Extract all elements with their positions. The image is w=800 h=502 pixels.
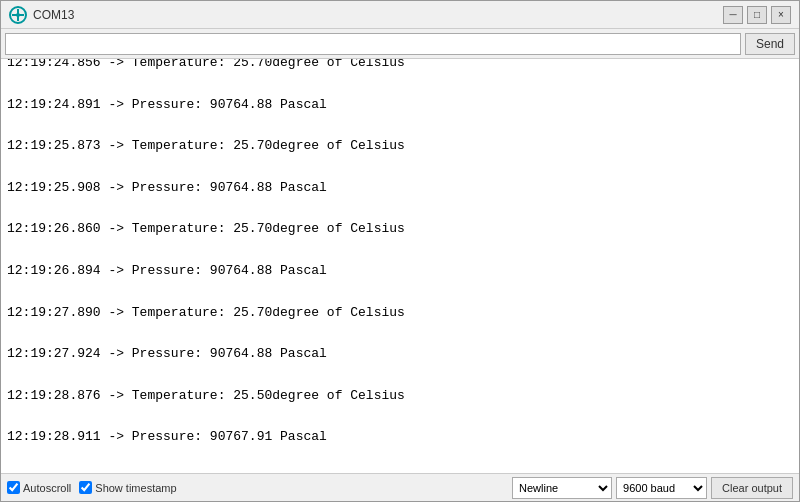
message-input[interactable] xyxy=(5,33,741,55)
app-logo xyxy=(9,6,27,24)
newline-select[interactable]: Newline No line ending Carriage return B… xyxy=(512,477,612,499)
baud-select[interactable]: 300 baud 1200 baud 2400 baud 4800 baud 9… xyxy=(616,477,707,499)
console-line: 12:19:27.890 -> Temperature: 25.70degree… xyxy=(7,303,793,324)
window-title: COM13 xyxy=(33,8,723,22)
status-left: Autoscroll Show timestamp xyxy=(7,481,504,494)
autoscroll-label[interactable]: Autoscroll xyxy=(7,481,71,494)
console-line: 12:19:28.876 -> Temperature: 25.50degree… xyxy=(7,386,793,407)
main-window: COM13 ─ □ × Send 12:19:22.881 -> Tempera… xyxy=(0,0,800,502)
status-bar: Autoscroll Show timestamp Newline No lin… xyxy=(1,473,799,501)
toolbar: Send xyxy=(1,29,799,59)
console-area: 12:19:22.881 -> Temperature: 90765.46deg… xyxy=(1,59,799,473)
title-bar: COM13 ─ □ × xyxy=(1,1,799,29)
console-line: 12:19:25.873 -> Temperature: 25.70degree… xyxy=(7,136,793,157)
show-timestamp-label[interactable]: Show timestamp xyxy=(79,481,176,494)
minimize-button[interactable]: ─ xyxy=(723,6,743,24)
console-line: 12:19:28.911 -> Pressure: 90767.91 Pasca… xyxy=(7,427,793,448)
console-line: 12:19:25.908 -> Pressure: 90764.88 Pasca… xyxy=(7,178,793,199)
window-controls: ─ □ × xyxy=(723,6,791,24)
maximize-button[interactable]: □ xyxy=(747,6,767,24)
console-line: 12:19:26.894 -> Pressure: 90764.88 Pasca… xyxy=(7,261,793,282)
show-timestamp-checkbox[interactable] xyxy=(79,481,92,494)
svg-point-3 xyxy=(16,13,20,17)
autoscroll-checkbox[interactable] xyxy=(7,481,20,494)
console-output[interactable]: 12:19:22.881 -> Temperature: 90765.46deg… xyxy=(1,59,799,473)
status-right: Newline No line ending Carriage return B… xyxy=(512,477,793,499)
clear-output-button[interactable]: Clear output xyxy=(711,477,793,499)
console-line: 12:19:26.860 -> Temperature: 25.70degree… xyxy=(7,219,793,240)
send-button[interactable]: Send xyxy=(745,33,795,55)
console-line: 12:19:24.856 -> Temperature: 25.70degree… xyxy=(7,59,793,74)
show-timestamp-text: Show timestamp xyxy=(95,482,176,494)
console-line: 12:19:27.924 -> Pressure: 90764.88 Pasca… xyxy=(7,344,793,365)
autoscroll-text: Autoscroll xyxy=(23,482,71,494)
close-button[interactable]: × xyxy=(771,6,791,24)
console-line: 12:19:24.891 -> Pressure: 90764.88 Pasca… xyxy=(7,95,793,116)
